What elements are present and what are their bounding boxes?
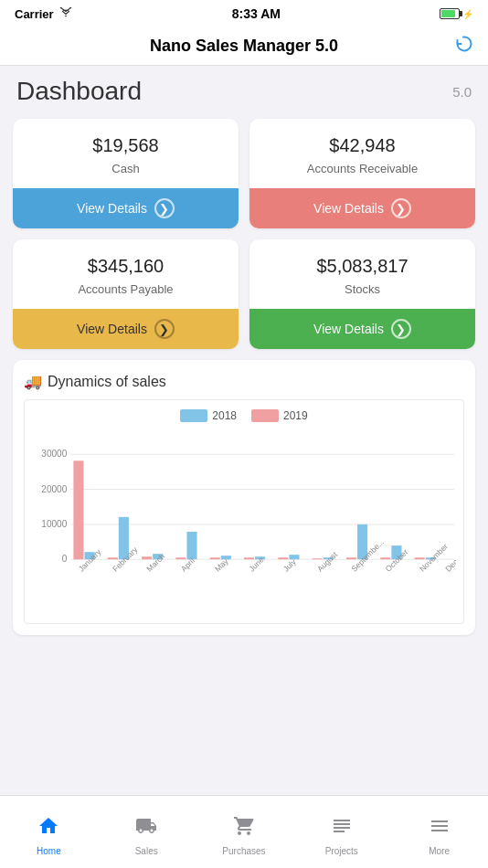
dashboard-version: 5.0 [452, 84, 472, 100]
ar-amount: $42,948 [260, 135, 464, 156]
svg-rect-10 [108, 557, 118, 559]
card-stocks: $5,083,817 Stocks View Details ❯ [249, 239, 475, 349]
cart-icon [233, 815, 255, 842]
legend-label-2019: 2019 [283, 409, 308, 422]
status-left: Carrier [15, 7, 73, 21]
app-header: Nano Sales Manager 5.0 [0, 27, 488, 66]
svg-rect-16 [210, 557, 220, 559]
svg-rect-24 [346, 557, 356, 559]
card-cash: $19,568 Cash View Details ❯ [13, 119, 239, 228]
tab-home[interactable]: Home [0, 796, 98, 868]
tab-more-label: More [429, 846, 450, 856]
status-bar: Carrier 8:33 AM ⚡ [0, 0, 488, 27]
chart-container: 2018 2019 30000 20000 10000 0 [24, 399, 464, 624]
svg-rect-26 [380, 557, 390, 559]
wifi-icon [58, 7, 73, 21]
carrier-label: Carrier [15, 7, 54, 21]
dashboard-title: Dashboard [16, 77, 142, 106]
svg-rect-14 [175, 557, 186, 559]
legend-color-2018 [180, 409, 207, 422]
cash-view-details-button[interactable]: View Details ❯ [13, 188, 239, 228]
truck-icon: 🚚 [24, 373, 42, 390]
legend-2018: 2018 [180, 409, 237, 422]
status-right: ⚡ [440, 8, 473, 19]
ar-view-details-button[interactable]: View Details ❯ [249, 188, 475, 228]
svg-rect-8 [73, 460, 83, 559]
tab-purchases-label: Purchases [222, 846, 265, 856]
tab-projects[interactable]: Projects [292, 796, 390, 868]
svg-text:10000: 10000 [41, 519, 67, 529]
refresh-button[interactable] [453, 34, 473, 58]
svg-rect-20 [278, 557, 288, 559]
cards-grid: $19,568 Cash View Details ❯ $42,948 Acco… [0, 113, 488, 360]
ap-view-details-button[interactable]: View Details ❯ [13, 309, 239, 349]
arrow-icon: ❯ [391, 319, 411, 339]
more-icon [429, 815, 451, 842]
tab-sales-label: Sales [135, 846, 158, 856]
svg-rect-15 [186, 532, 196, 559]
tab-more[interactable]: More [390, 796, 488, 868]
arrow-icon: ❯ [154, 319, 175, 339]
svg-text:August: August [315, 549, 339, 573]
battery-bolt-icon: ⚡ [462, 9, 473, 19]
legend-2019: 2019 [251, 409, 308, 422]
svg-text:30000: 30000 [41, 449, 67, 459]
svg-text:March: March [144, 552, 166, 574]
tab-sales[interactable]: Sales [98, 796, 196, 868]
cash-amount: $19,568 [24, 135, 228, 156]
tab-bar: Home Sales Purchases Projects [0, 795, 488, 868]
svg-rect-22 [313, 558, 323, 559]
ap-amount: $345,160 [24, 256, 228, 277]
card-accounts-payable: $345,160 Accounts Payable View Details ❯ [13, 239, 239, 349]
battery-indicator: ⚡ [440, 8, 473, 19]
legend-color-2019 [251, 409, 279, 422]
truck-tab-icon [135, 815, 157, 842]
stocks-label: Stocks [260, 282, 464, 296]
bar-chart-svg: 30000 20000 10000 0 [32, 429, 456, 614]
svg-rect-12 [142, 556, 152, 559]
svg-text:20000: 20000 [41, 484, 67, 494]
legend-label-2018: 2018 [212, 409, 237, 422]
arrow-icon: ❯ [154, 198, 175, 218]
cash-label: Cash [24, 162, 228, 175]
app-title: Nano Sales Manager 5.0 [150, 37, 338, 56]
home-icon [37, 815, 59, 842]
stocks-amount: $5,083,817 [260, 256, 464, 277]
ap-label: Accounts Payable [24, 282, 228, 296]
svg-text:0: 0 [62, 554, 68, 564]
stocks-view-details-button[interactable]: View Details ❯ [249, 309, 475, 349]
svg-rect-18 [244, 557, 254, 559]
status-time: 8:33 AM [232, 6, 281, 21]
svg-text:Septembe...: Septembe... [349, 537, 386, 574]
chart-section: 🚚 Dynamics of sales 2018 2019 30000 2000… [13, 360, 475, 635]
card-accounts-receivable: $42,948 Accounts Receivable View Details… [249, 119, 475, 228]
projects-icon [331, 815, 353, 842]
ar-label: Accounts Receivable [260, 162, 464, 175]
dashboard-header: Dashboard 5.0 [0, 66, 488, 113]
chart-legend: 2018 2019 [32, 409, 456, 422]
arrow-icon: ❯ [391, 198, 411, 218]
svg-rect-28 [415, 557, 425, 559]
tab-home-label: Home [37, 846, 61, 856]
tab-purchases[interactable]: Purchases [196, 796, 293, 868]
chart-title: 🚚 Dynamics of sales [24, 373, 464, 390]
tab-projects-label: Projects [325, 846, 358, 856]
